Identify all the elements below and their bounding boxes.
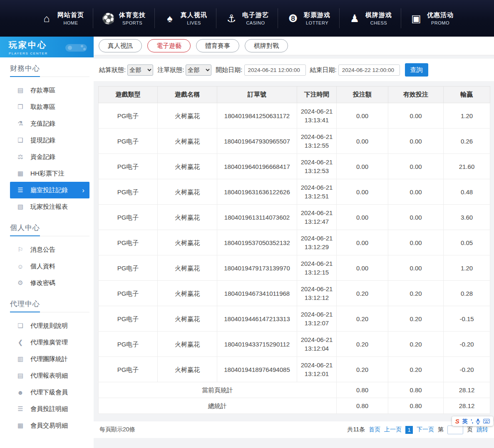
- sidebar-section-title: 個人中心: [10, 223, 40, 236]
- sidebar-item-label: HH彩票下注: [30, 170, 65, 178]
- sidebar-item[interactable]: ❮ 代理推廣管理 ›: [0, 334, 94, 351]
- cell-valid-bet: 0.20: [388, 306, 444, 332]
- cell-order-no: 1804019613114073602: [217, 205, 297, 230]
- sidebar-item[interactable]: ⚙ 修改密碼 ›: [0, 275, 94, 291]
- page-jump-input[interactable]: [447, 426, 463, 434]
- cell-win-loss: 0.48: [444, 179, 490, 205]
- cell-game-type: PG电子: [99, 179, 158, 205]
- microphone-icon[interactable]: [476, 418, 480, 424]
- sidebar-item[interactable]: ☰ 廳室投註記錄 ›: [10, 182, 89, 198]
- topnav-item[interactable]: ⚓ 电子游艺 CASINO: [216, 8, 278, 28]
- cell-bet-time: 2024-06-21 13:12:12: [297, 281, 337, 306]
- topnav-item-title: 真人视讯: [181, 11, 207, 19]
- sidebar-section: 個人中心 ⚐ 消息公告 › ☺ 個人資料 › ⚙ 修改密碼 ›: [0, 223, 94, 293]
- current-page[interactable]: 1: [405, 426, 413, 434]
- bet-status-select[interactable]: 全部: [186, 64, 211, 76]
- next-page-link[interactable]: 下一页: [417, 426, 434, 433]
- sidebar-item[interactable]: ☺ 個人資料 ›: [0, 258, 94, 275]
- sidebar-section-head: 個人中心: [10, 223, 89, 236]
- cell-game-type: PG电子: [99, 281, 158, 306]
- ime-punctuation-toggle[interactable]: ’,: [471, 418, 473, 424]
- cell-game-type: PG电子: [99, 230, 158, 255]
- category-tab[interactable]: 棋牌對戰: [245, 39, 288, 52]
- topnav-item[interactable]: ♠ 真人视讯 LIVES: [154, 8, 216, 28]
- cell-order-no: 1804019647930965507: [217, 129, 297, 154]
- page-summary-row: 當前頁統計 0.80 0.80 28.12: [99, 382, 490, 398]
- sidebar-item[interactable]: ⚗ 充值記錄 ›: [0, 115, 94, 132]
- sidebar-item[interactable]: ☰ 會員投註明細 ›: [0, 401, 94, 417]
- profile-icon: ☺: [17, 263, 24, 270]
- first-page-link[interactable]: 首页: [369, 426, 380, 433]
- sidebar-item-label: 修改密碼: [30, 279, 55, 287]
- end-date-input[interactable]: [338, 64, 400, 76]
- cell-game-type: PG电子: [99, 357, 158, 382]
- table-row: PG电子 火树赢花 1804019479173139970 2024-06-21…: [99, 255, 490, 281]
- cell-game-name: 火树赢花: [158, 281, 217, 306]
- sidebar-item[interactable]: ▥ 代理團隊統計 ›: [0, 351, 94, 367]
- header-bet-amount: 投注額: [337, 87, 388, 103]
- sidebar-section: 代理中心 ❏ 代理規則說明 › ❮ 代理推廣管理 › ▥ 代理團隊統計 › ▤ …: [0, 299, 94, 436]
- category-tab[interactable]: 電子遊藝: [147, 39, 191, 52]
- sidebar-item[interactable]: ▦ HH彩票下注 ›: [0, 165, 94, 182]
- category-tab[interactable]: 體育賽事: [196, 39, 239, 52]
- sidebar-item[interactable]: ❒ 取款專區 ›: [0, 99, 94, 115]
- keyboard-icon[interactable]: [483, 419, 490, 423]
- playing-cards-icon: ♠: [164, 12, 176, 25]
- table-row: PG电子 火树赢花 1804019631636122626 2024-06-21…: [99, 179, 490, 205]
- sidebar-item[interactable]: ▤ 存款專區 ›: [0, 82, 94, 99]
- table-row: PG电子 火树赢花 1804019647930965507 2024-06-21…: [99, 129, 490, 154]
- topnav-item[interactable]: ♟ 棋牌游戏 CHESS: [339, 8, 401, 28]
- gamepad-icon: [63, 40, 89, 55]
- topnav-item-title: 棋牌游戏: [365, 11, 392, 19]
- category-tabs: 真人視訊電子遊藝體育賽事棋牌對戰: [94, 37, 494, 55]
- cell-game-name: 火树赢花: [158, 179, 217, 205]
- table-row: PG电子 火树赢花 1804019537050352132 2024-06-21…: [99, 230, 490, 255]
- header-game-type: 遊戲類型: [99, 87, 158, 103]
- cell-bet-time: 2024-06-21 13:12:01: [297, 357, 337, 382]
- table-row: PG电子 火树赢花 1804019418976494085 2024-06-21…: [99, 357, 490, 382]
- topnav-item-title: 网站首页: [57, 11, 84, 19]
- topnav-item-subtitle: LIVES: [181, 20, 207, 25]
- cell-order-no: 1804019631636122626: [217, 179, 297, 205]
- sidebar-item[interactable]: ☻ 代理下級會員 ›: [0, 384, 94, 401]
- sidebar-item[interactable]: ⚐ 消息公告 ›: [0, 241, 94, 258]
- cell-bet-amount: 0.00: [337, 205, 388, 230]
- cell-win-loss: 0.05: [444, 230, 490, 255]
- start-date-input[interactable]: [244, 64, 306, 76]
- sidebar-item[interactable]: ❑ 提現記錄 ›: [0, 132, 94, 149]
- sogou-logo-icon[interactable]: S: [455, 418, 459, 425]
- search-button[interactable]: 查詢: [405, 63, 428, 77]
- topnav-item[interactable]: ▣ 优惠活动 PROMO: [401, 8, 462, 28]
- cell-bet-time: 2024-06-21 13:13:41: [297, 103, 337, 129]
- header-game-name: 遊戲名稱: [158, 87, 217, 103]
- claw-machine-icon: ⚓: [225, 12, 238, 25]
- cell-valid-bet: 0.20: [388, 357, 444, 382]
- settle-status-select[interactable]: 全部: [127, 64, 153, 76]
- topnav-item[interactable]: ⚽ 体育竞技 SPORTS: [93, 8, 154, 28]
- sidebar-item[interactable]: ▦ 會員交易明細 ›: [0, 417, 94, 434]
- cell-game-type: PG电子: [99, 306, 158, 332]
- cell-win-loss: 1.20: [444, 255, 490, 281]
- funds-record-icon: ⚖: [17, 153, 24, 161]
- topnav-item[interactable]: ❽ 彩票游戏 LOTTERY: [278, 8, 339, 28]
- cell-game-type: PG电子: [99, 103, 158, 129]
- jump-button[interactable]: 跳转: [477, 426, 488, 433]
- cell-game-type: PG电子: [99, 255, 158, 281]
- cell-bet-amount: 0.00: [337, 129, 388, 154]
- member-bet-detail-icon: ☰: [17, 405, 24, 413]
- topnav-item[interactable]: ⌂ 网站首页 HOME: [32, 8, 93, 28]
- player-report-icon: ▧: [17, 203, 24, 210]
- sidebar-item[interactable]: ▤ 代理報表明細 ›: [0, 367, 94, 384]
- sidebar-item-label: 會員投註明細: [30, 405, 68, 413]
- cell-bet-amount: 0.20: [337, 281, 388, 306]
- category-tab[interactable]: 真人視訊: [99, 39, 142, 52]
- lottery-ball-icon: ❽: [287, 12, 299, 25]
- topnav-item-subtitle: CHESS: [365, 20, 392, 25]
- topnav-item-subtitle: HOME: [57, 20, 84, 25]
- prev-page-link[interactable]: 上一页: [384, 426, 402, 433]
- ime-language-toggle[interactable]: 英: [462, 418, 468, 425]
- sidebar-item[interactable]: ⚖ 資金記錄 ›: [0, 149, 94, 165]
- sidebar-item[interactable]: ❏ 代理規則說明 ›: [0, 317, 94, 334]
- table-row: PG电子 火树赢花 1804019613114073602 2024-06-21…: [99, 205, 490, 230]
- sidebar-item[interactable]: ▧ 玩家投注報表 ›: [0, 198, 94, 215]
